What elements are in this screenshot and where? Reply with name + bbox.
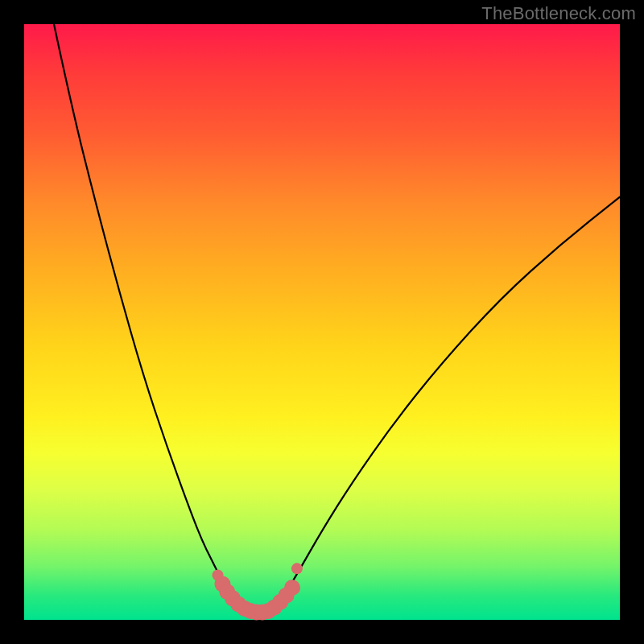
chart-frame: TheBottleneck.com: [0, 0, 644, 644]
plot-area: [24, 24, 620, 620]
curve-svg: [24, 24, 620, 620]
highlight-marker: [284, 580, 300, 596]
highlight-markers: [213, 563, 303, 620]
highlight-marker: [291, 563, 303, 574]
watermark-text: TheBottleneck.com: [481, 3, 636, 24]
bottleneck-curve: [54, 24, 620, 613]
